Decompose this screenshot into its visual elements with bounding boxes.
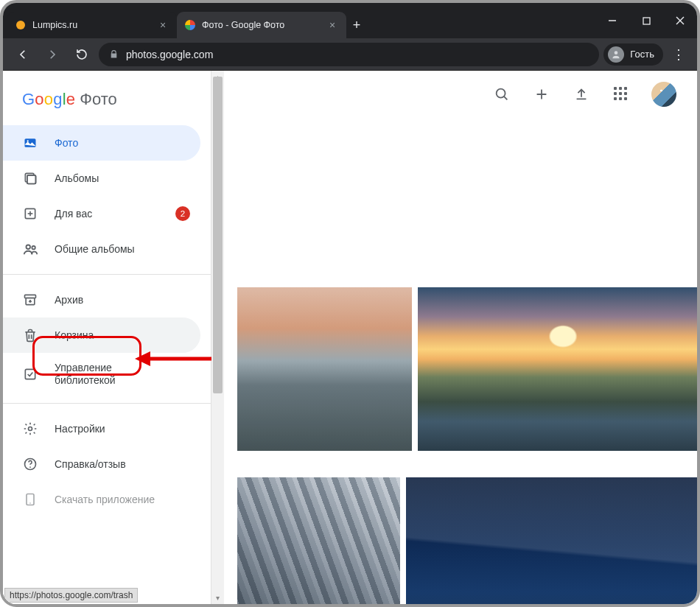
albums-icon	[22, 170, 38, 186]
badge-count: 2	[175, 206, 190, 221]
logo-service: Фото	[80, 90, 117, 109]
google-apps-button[interactable]	[612, 85, 631, 104]
svg-line-27	[504, 96, 507, 99]
sidebar-label: Архив	[55, 294, 83, 306]
shared-icon	[22, 241, 38, 257]
profile-chip[interactable]: Гость	[603, 43, 663, 66]
svg-point-5	[615, 51, 618, 55]
svg-rect-2	[643, 18, 650, 24]
trash-icon	[22, 327, 38, 343]
google-photos-app: Google Фото Фото Альбомы	[3, 71, 697, 604]
status-bar-url: https://photos.google.com/trash	[4, 588, 138, 603]
svg-point-14	[27, 245, 31, 250]
foryou-icon	[22, 206, 38, 222]
scrollbar-thumb[interactable]	[213, 77, 223, 393]
svg-point-26	[497, 88, 505, 97]
close-icon[interactable]: ×	[327, 20, 337, 30]
sidebar-scrollbar[interactable]: ▴ ▾	[211, 71, 224, 604]
photo-thumbnail[interactable]	[418, 287, 697, 451]
guest-label: Гость	[630, 49, 654, 60]
sidebar-label: Общие альбомы	[55, 243, 135, 255]
sidebar-item-getapp[interactable]: Скачать приложение	[3, 482, 200, 517]
settings-icon	[22, 421, 38, 437]
close-window-button[interactable]	[663, 3, 697, 38]
photo-row	[237, 477, 697, 604]
sidebar-label: Для вас	[55, 208, 92, 220]
sidebar-label: Скачать приложение	[55, 494, 155, 505]
google-photos-logo[interactable]: Google Фото	[3, 80, 211, 125]
sidebar-item-trash[interactable]: Корзина	[3, 317, 200, 353]
sidebar-label: Справка/отзыв	[55, 458, 126, 470]
sidebar-item-albums[interactable]: Альбомы	[3, 161, 200, 196]
svg-point-25	[29, 502, 31, 504]
omnibox[interactable]: photos.google.com	[99, 43, 599, 66]
window-controls	[595, 3, 697, 38]
divider	[3, 403, 211, 404]
photo-thumbnail[interactable]	[237, 477, 400, 604]
photo-thumbnail[interactable]	[406, 477, 697, 604]
sidebar-item-shared[interactable]: Общие альбомы	[3, 231, 200, 267]
sidebar-primary: Фото Альбомы Для вас 2	[3, 125, 211, 267]
svg-point-7	[27, 140, 29, 141]
sidebar-label: Настройки	[55, 423, 105, 435]
tab-title: Фото - Google Фото	[202, 20, 321, 30]
sidebar: Google Фото Фото Альбомы	[3, 71, 224, 604]
create-button[interactable]	[532, 85, 551, 104]
library-icon	[22, 366, 38, 382]
sidebar-item-photos[interactable]: Фото	[3, 125, 200, 161]
sidebar-label: Альбомы	[55, 172, 99, 184]
sidebar-item-foryou[interactable]: Для вас 2	[3, 196, 200, 231]
photo-thumbnail[interactable]	[237, 287, 412, 451]
apps-grid-icon	[614, 87, 629, 102]
sidebar-secondary: Архив Корзина Управление библиотекой	[3, 282, 211, 396]
browser-menu-button[interactable]: ⋮	[668, 46, 690, 63]
svg-point-0	[16, 21, 25, 29]
forward-button[interactable]	[40, 42, 65, 67]
sidebar-item-help[interactable]: Справка/отзыв	[3, 446, 200, 482]
help-icon	[22, 456, 38, 472]
svg-rect-6	[25, 138, 36, 147]
sidebar-item-library[interactable]: Управление библиотекой	[3, 353, 200, 396]
sidebar-tertiary: Настройки Справка/отзыв Скачать приложен…	[3, 411, 211, 517]
upload-button[interactable]	[572, 85, 591, 104]
photo-grid	[224, 118, 697, 604]
sidebar-label: Фото	[55, 137, 78, 149]
divider	[3, 274, 211, 275]
tab-title: Lumpics.ru	[32, 20, 152, 30]
minimize-button[interactable]	[595, 3, 629, 38]
reload-button[interactable]	[69, 42, 94, 67]
browser-window: Lumpics.ru × Фото - Google Фото × +	[0, 0, 700, 607]
sidebar-label: Корзина	[55, 329, 94, 341]
svg-point-15	[32, 246, 35, 249]
favicon-orange-dot	[15, 19, 27, 31]
new-tab-button[interactable]: +	[346, 12, 367, 38]
photo-row	[237, 287, 697, 451]
lock-icon	[109, 49, 119, 59]
close-icon[interactable]: ×	[158, 20, 168, 30]
tab-google-photos[interactable]: Фото - Google Фото ×	[177, 12, 346, 38]
svg-rect-9	[27, 175, 36, 184]
maximize-button[interactable]	[629, 3, 663, 38]
svg-point-23	[29, 466, 31, 468]
sidebar-item-settings[interactable]: Настройки	[3, 411, 200, 446]
account-avatar[interactable]	[651, 82, 676, 107]
tab-lumpics[interactable]: Lumpics.ru ×	[7, 12, 177, 38]
favicon-google-photos	[184, 19, 196, 31]
archive-icon	[22, 292, 38, 308]
url-text: photos.google.com	[126, 49, 213, 60]
scroll-down-icon[interactable]: ▾	[211, 592, 224, 604]
back-button[interactable]	[10, 42, 35, 67]
address-bar: photos.google.com Гость ⋮	[3, 38, 697, 71]
app-header	[224, 71, 697, 118]
guest-avatar-icon	[608, 46, 624, 63]
sidebar-label: Управление библиотекой	[55, 362, 116, 387]
search-button[interactable]	[492, 85, 511, 104]
download-icon	[22, 491, 38, 508]
browser-titlebar: Lumpics.ru × Фото - Google Фото × +	[3, 3, 697, 38]
photo-icon	[22, 135, 38, 151]
svg-rect-20	[25, 369, 35, 379]
svg-point-21	[29, 427, 32, 431]
tab-strip: Lumpics.ru × Фото - Google Фото × +	[3, 3, 595, 38]
sidebar-item-archive[interactable]: Архив	[3, 282, 200, 317]
